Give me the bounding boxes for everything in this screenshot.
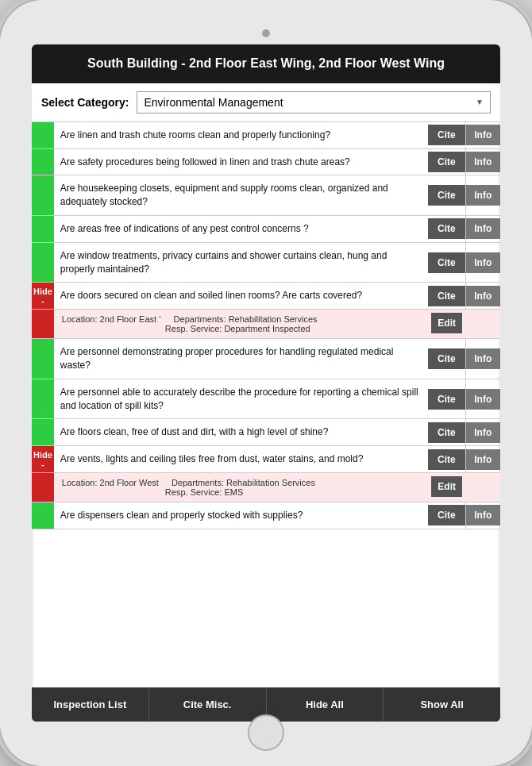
category-dropdown[interactable]: Environmental Management ▼	[137, 91, 491, 114]
cite-cell: Cite	[428, 502, 465, 529]
question-cell: Are safety procedures being followed in …	[54, 148, 428, 175]
detail-content-cell: Location: 2nd Floor WestDepartments: Reh…	[54, 472, 428, 502]
cite-button[interactable]: Cite	[428, 218, 465, 239]
inspection-table-area[interactable]: Are linen and trash chute rooms clean an…	[32, 122, 500, 687]
detail-content-cell: Location: 2nd Floor East ’Departments: R…	[54, 310, 428, 339]
tablet-bottom-bar	[14, 722, 518, 744]
detail-blank-cell	[465, 310, 500, 339]
cite-button[interactable]: Cite	[428, 348, 465, 369]
cite-button[interactable]: Cite	[428, 125, 465, 145]
cite-button[interactable]: Cite	[428, 152, 465, 172]
table-row: Are housekeeping closets, equipment and …	[32, 175, 500, 216]
category-label: Select Category:	[41, 96, 129, 109]
cite-button[interactable]: Cite	[428, 422, 465, 443]
status-green-cell	[32, 339, 54, 379]
question-cell: Are floors clean, free of dust and dirt,…	[54, 419, 428, 446]
detail-row: Location: 2nd Floor East ’Departments: R…	[32, 310, 500, 339]
category-selected-value: Environmental Management	[144, 96, 283, 109]
home-button[interactable]	[248, 714, 284, 751]
info-cell: Info	[465, 242, 500, 283]
detail-status-spacer	[32, 310, 54, 339]
dropdown-arrow-icon: ▼	[476, 98, 484, 106]
cite-button[interactable]: Cite	[428, 286, 465, 306]
info-cell: Info	[465, 339, 500, 379]
detail-row: Location: 2nd Floor WestDepartments: Reh…	[32, 472, 500, 502]
status-green-cell	[32, 419, 54, 446]
question-cell: Are personnel able to accurately describ…	[54, 379, 428, 419]
screen-header: South Building - 2nd Floor East Wing, 2n…	[32, 44, 500, 83]
tablet-top-bar	[14, 22, 518, 44]
detail-departments: Departments: Rehabilitation Services	[174, 314, 318, 324]
camera-dot	[262, 29, 270, 37]
cite-button[interactable]: Cite	[428, 185, 465, 206]
cite-cell: Cite	[428, 379, 465, 419]
cite-cell: Cite	[428, 242, 465, 283]
question-cell: Are areas free of indications of any pes…	[54, 215, 428, 242]
detail-edit-cell: Edit	[428, 310, 465, 339]
table-row: Are areas free of indications of any pes…	[32, 215, 500, 242]
info-cell: Info	[465, 148, 500, 175]
hide-status-cell[interactable]: Hide-	[32, 446, 54, 473]
table-row: Are personnel demonstrating proper proce…	[32, 339, 500, 379]
info-button[interactable]: Info	[466, 152, 501, 172]
cite-button[interactable]: Cite	[428, 449, 465, 470]
info-button[interactable]: Info	[466, 185, 501, 206]
hide-status-cell[interactable]: Hide-	[32, 283, 54, 310]
status-green-cell	[32, 148, 54, 175]
detail-edit-cell: Edit	[428, 472, 465, 502]
edit-button[interactable]: Edit	[431, 476, 462, 497]
cite-cell: Cite	[428, 446, 465, 473]
table-row: Hide-Are vents, lights and ceiling tiles…	[32, 446, 500, 473]
question-cell: Are personnel demonstrating proper proce…	[54, 339, 428, 379]
info-cell: Info	[465, 215, 500, 242]
inspection-table: Are linen and trash chute rooms clean an…	[32, 122, 500, 529]
info-cell: Info	[465, 446, 500, 473]
hide-all-button[interactable]: Hide All	[267, 687, 384, 722]
question-cell: Are linen and trash chute rooms clean an…	[54, 122, 428, 148]
cite-cell: Cite	[428, 339, 465, 379]
cite-button[interactable]: Cite	[428, 389, 465, 410]
status-green-cell	[32, 175, 54, 216]
question-cell: Are housekeeping closets, equipment and …	[54, 175, 428, 216]
table-row: Are linen and trash chute rooms clean an…	[32, 122, 500, 148]
info-cell: Info	[465, 122, 500, 148]
status-green-cell	[32, 215, 54, 242]
table-row: Are personnel able to accurately describ…	[32, 379, 500, 419]
info-button[interactable]: Info	[466, 125, 501, 145]
cite-cell: Cite	[428, 215, 465, 242]
detail-blank-cell	[465, 472, 500, 502]
inspection-list-button[interactable]: Inspection List	[32, 687, 149, 722]
cite-cell: Cite	[428, 148, 465, 175]
table-row: Are dispensers clean and properly stocke…	[32, 502, 500, 529]
status-green-cell	[32, 502, 54, 529]
info-button[interactable]: Info	[466, 348, 501, 369]
table-row: Hide-Are doors secured on clean and soil…	[32, 283, 500, 310]
info-button[interactable]: Info	[466, 449, 501, 470]
cite-cell: Cite	[428, 419, 465, 446]
info-button[interactable]: Info	[466, 389, 501, 410]
tablet: South Building - 2nd Floor East Wing, 2n…	[0, 0, 532, 766]
question-cell: Are dispensers clean and properly stocke…	[54, 502, 428, 529]
detail-resp-service: Resp. Service: EMS	[165, 487, 243, 497]
table-row: Are floors clean, free of dust and dirt,…	[32, 419, 500, 446]
detail-status-spacer	[32, 472, 54, 502]
cite-misc-button[interactable]: Cite Misc.	[149, 687, 267, 722]
cite-button[interactable]: Cite	[428, 252, 465, 273]
info-button[interactable]: Info	[466, 218, 501, 239]
show-all-button[interactable]: Show All	[384, 687, 500, 722]
header-title: South Building - 2nd Floor East Wing, 2n…	[87, 56, 445, 70]
status-green-cell	[32, 122, 54, 148]
info-button[interactable]: Info	[466, 422, 501, 443]
info-button[interactable]: Info	[466, 286, 501, 306]
info-cell: Info	[465, 379, 500, 419]
info-cell: Info	[465, 175, 500, 216]
status-green-cell	[32, 379, 54, 419]
table-row: Are window treatments, privacy curtains …	[32, 242, 500, 283]
info-button[interactable]: Info	[466, 252, 501, 273]
cite-button[interactable]: Cite	[428, 505, 465, 525]
question-cell: Are doors secured on clean and soiled li…	[54, 283, 428, 310]
info-button[interactable]: Info	[466, 505, 501, 525]
edit-button[interactable]: Edit	[431, 313, 462, 333]
detail-resp-service: Resp. Service: Department Inspected	[165, 324, 310, 333]
detail-location: Location: 2nd Floor East ’	[62, 314, 161, 324]
